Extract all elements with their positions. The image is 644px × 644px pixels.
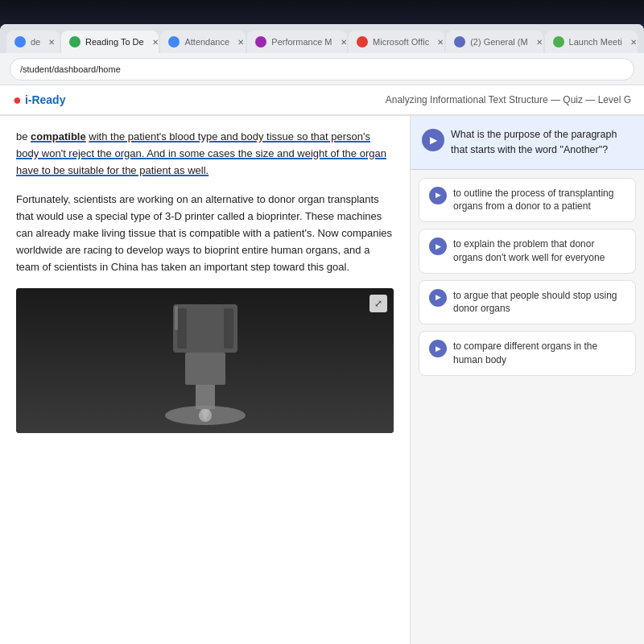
tab-6[interactable]: (2) General (M ✕ (446, 31, 543, 53)
paragraph-1: be compatible with the patient's blood t… (16, 129, 394, 179)
svg-rect-1 (185, 353, 225, 385)
answer-audio-icon-3: ▶ (436, 292, 441, 303)
svg-rect-2 (196, 385, 215, 409)
paragraph-2: Fortunately, scientists are working on a… (16, 192, 394, 275)
svg-point-5 (199, 409, 212, 422)
svg-rect-7 (224, 308, 233, 349)
tab-favicon-1 (14, 36, 26, 47)
quiz-title: Analyzing Informational Text Structure —… (386, 94, 631, 105)
tab-label-2: Reading To De (85, 37, 144, 47)
answer-text-1: to outline the process of transplanting … (453, 187, 625, 214)
answer-audio-icon-1: ▶ (436, 190, 441, 200)
tab-label-1: de (31, 37, 40, 47)
answer-text-2: to explain the problem that donor organs… (453, 237, 625, 265)
browser-window: de ✕ Reading To De ✕ Attendance ✕ Perfor… (0, 24, 644, 644)
expand-icon[interactable]: ⤢ (369, 295, 387, 312)
tab-2[interactable]: Reading To De ✕ (61, 31, 159, 53)
tab-favicon-5 (357, 36, 368, 47)
tab-close-7[interactable]: ✕ (630, 38, 637, 47)
tab-close-2[interactable]: ✕ (152, 38, 159, 47)
answers-container: ▶ to outline the process of transplantin… (411, 170, 644, 645)
tab-4[interactable]: Performance M ✕ (247, 31, 347, 53)
tab-label-5: Microsoft Offic (373, 37, 429, 47)
answer-audio-btn-3[interactable]: ▶ (429, 289, 447, 307)
tab-favicon-3 (168, 36, 180, 47)
tab-favicon-7 (553, 36, 564, 47)
answer-audio-icon-4: ▶ (436, 344, 441, 354)
tab-label-4: Performance M (271, 37, 332, 47)
answer-choice-2[interactable]: ▶ to explain the problem that donor orga… (419, 229, 636, 274)
content-area: be compatible with the patient's blood t… (0, 116, 644, 644)
bold-compatible: compatible (31, 130, 86, 142)
url-text: /student/dashboard/home (20, 64, 121, 74)
tab-label-3: Attendance (184, 37, 229, 47)
reading-pane[interactable]: be compatible with the patient's blood t… (0, 116, 411, 644)
answer-text-4: to compare different organs in the human… (453, 340, 625, 367)
address-bar: /student/dashboard/home (0, 53, 644, 85)
svg-rect-6 (177, 308, 187, 349)
question-header: ▶ What is the purpose of the paragraph t… (411, 116, 644, 170)
printer-visual (16, 288, 394, 433)
question-audio-button[interactable]: ▶ (422, 129, 444, 151)
question-pane: ▶ What is the purpose of the paragraph t… (411, 116, 644, 644)
tab-7[interactable]: Launch Meeti ✕ (545, 31, 638, 53)
tab-favicon-6 (454, 36, 465, 47)
answer-audio-btn-1[interactable]: ▶ (429, 187, 447, 204)
answer-choice-4[interactable]: ▶ to compare different organs in the hum… (419, 331, 636, 376)
answer-audio-icon-2: ▶ (436, 242, 441, 252)
tab-close-1[interactable]: ✕ (48, 38, 55, 47)
tab-label-6: (2) General (M (470, 37, 528, 47)
app-header: ● i-Ready Analyzing Informational Text S… (0, 85, 644, 116)
tab-label-7: Launch Meeti (569, 37, 622, 47)
tab-3[interactable]: Attendance ✕ (160, 31, 246, 53)
logo-dot: ● (13, 92, 22, 109)
screen-top-bar (0, 0, 644, 24)
url-input[interactable]: /student/dashboard/home (10, 58, 634, 80)
printer-svg (125, 296, 286, 425)
desktop: de ✕ Reading To De ✕ Attendance ✕ Perfor… (0, 0, 644, 644)
tab-close-6[interactable]: ✕ (536, 38, 543, 47)
answer-text-3: to argue that people should stop using d… (453, 289, 625, 316)
question-audio-icon: ▶ (430, 134, 437, 146)
tab-favicon-2 (69, 36, 80, 47)
bioprinter-image: ⤢ (16, 288, 394, 433)
answer-choice-1[interactable]: ▶ to outline the process of transplantin… (419, 178, 636, 223)
question-text: What is the purpose of the paragraph tha… (451, 127, 633, 158)
tab-1[interactable]: de ✕ (6, 31, 60, 53)
tab-favicon-4 (255, 36, 266, 47)
question-header-inner: ▶ What is the purpose of the paragraph t… (422, 127, 633, 158)
iready-logo: ● i-Ready (13, 92, 65, 109)
svg-rect-8 (175, 306, 178, 330)
answer-audio-btn-4[interactable]: ▶ (429, 340, 447, 357)
tab-close-3[interactable]: ✕ (237, 38, 244, 47)
answer-audio-btn-2[interactable]: ▶ (429, 237, 447, 255)
tab-bar: de ✕ Reading To De ✕ Attendance ✕ Perfor… (0, 24, 644, 53)
answer-choice-3[interactable]: ▶ to argue that people should stop using… (419, 280, 636, 325)
tab-close-5[interactable]: ✕ (437, 38, 444, 47)
tab-5[interactable]: Microsoft Offic ✕ (349, 31, 444, 53)
tab-close-4[interactable]: ✕ (341, 38, 347, 47)
logo-text: i-Ready (25, 93, 66, 106)
